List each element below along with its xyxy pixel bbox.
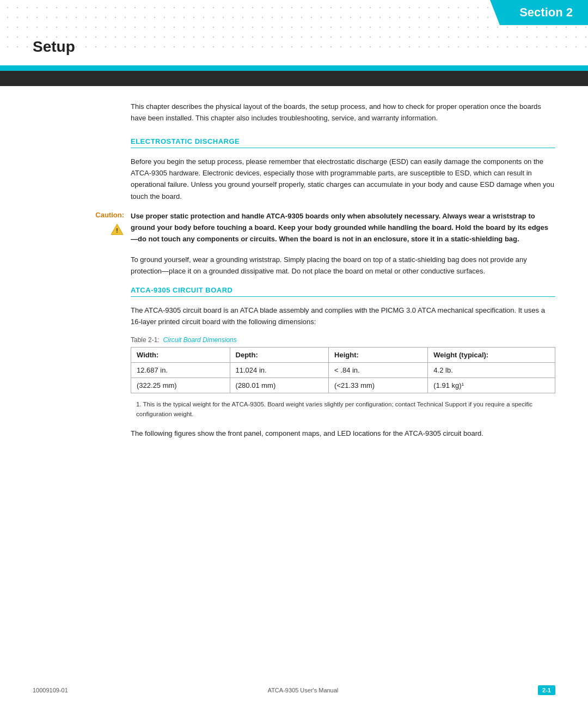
col-header-height: Height: (329, 348, 428, 363)
table-header-row: Width: Depth: Height: Weight (typical): (131, 348, 555, 363)
dark-divider-bar (0, 71, 588, 86)
manual-title: ATCA-9305 User's Manual (268, 687, 339, 693)
table-footnote: 1. This is the typical weight for the AT… (136, 400, 555, 419)
table-caption: Circuit Board Dimensions (163, 336, 236, 344)
main-content: This chapter describes the physical layo… (0, 90, 588, 459)
grounding-text: To ground yourself, wear a grounding wri… (131, 254, 555, 277)
circuit-board-body: The ATCA-9305 circuit board is an ATCA b… (131, 305, 555, 328)
col-header-width: Width: (131, 348, 230, 363)
part-number: 10009109-01 (33, 687, 68, 693)
table-label-prefix: Table 2-1: (131, 336, 160, 344)
caution-label-column: Caution: ! (87, 211, 124, 236)
dimensions-table: Width: Depth: Height: Weight (typical): … (131, 347, 555, 393)
esd-section: ELECTROSTATIC DISCHARGE Before you begin… (131, 137, 555, 277)
cell-depth-mm: (280.01 mm) (230, 378, 329, 393)
cell-width-in: 12.687 in. (131, 363, 230, 378)
table-row: 12.687 in. 11.024 in. < .84 in. 4.2 lb. (131, 363, 555, 378)
caution-block: Caution: ! Use proper static protection … (87, 211, 555, 245)
page-header: Section 2 Setup (0, 0, 588, 65)
svg-text:!: ! (116, 227, 118, 234)
table-row: (322.25 mm) (280.01 mm) (<21.33 mm) (1.9… (131, 378, 555, 393)
cyan-divider-bar (0, 65, 588, 71)
table-label: Table 2-1: Circuit Board Dimensions (131, 336, 555, 344)
intro-paragraph: This chapter describes the physical layo… (131, 101, 555, 124)
section-label: Section 2 (519, 5, 573, 19)
circuit-board-section: ATCA-9305 CIRCUIT BOARD The ATCA-9305 ci… (131, 286, 555, 440)
col-header-weight: Weight (typical): (428, 348, 555, 363)
page-number-badge: 2-1 (538, 685, 555, 695)
cell-height-mm: (<21.33 mm) (329, 378, 428, 393)
esd-heading: ELECTROSTATIC DISCHARGE (131, 137, 555, 148)
caution-label: Caution: (95, 211, 124, 219)
cell-weight-kg: (1.91 kg)¹ (428, 378, 555, 393)
page-footer: 10009109-01 ATCA-9305 User's Manual 2-1 (0, 685, 588, 695)
caution-text: Use proper static protection and handle … (131, 211, 555, 245)
cell-depth-in: 11.024 in. (230, 363, 329, 378)
cell-width-mm: (322.25 mm) (131, 378, 230, 393)
section-badge: Section 2 (490, 0, 588, 25)
col-header-depth: Depth: (230, 348, 329, 363)
cell-height-in: < .84 in. (329, 363, 428, 378)
page-title: Setup (33, 38, 75, 56)
esd-body-text: Before you begin the setup process, plea… (131, 156, 555, 203)
warning-triangle-icon: ! (110, 222, 124, 236)
following-text: The following figures show the front pan… (131, 428, 555, 439)
circuit-board-heading: ATCA-9305 CIRCUIT BOARD (131, 286, 555, 297)
cell-weight-lb: 4.2 lb. (428, 363, 555, 378)
